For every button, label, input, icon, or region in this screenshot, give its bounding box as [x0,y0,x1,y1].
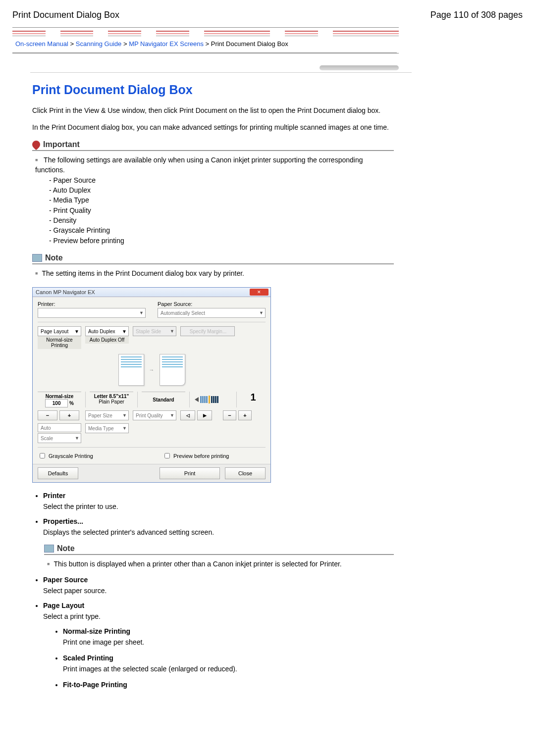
def-properties-term: Properties... [43,517,394,525]
close-icon[interactable]: ✕ [250,289,268,296]
breadcrumb: On-screen Manual > Scanning Guide > MP N… [12,38,397,53]
important-icon [31,139,42,151]
intro-paragraph-1: Click Print in the View & Use window, th… [32,106,394,116]
copies-plus-button[interactable]: + [238,410,252,420]
density-prev-button[interactable]: ◁ [180,410,195,420]
note-text: The setting items in the Print Document … [35,268,394,278]
def-pagelayout-desc: Select a print type. [43,612,394,620]
print-button[interactable]: Print [160,467,220,479]
paper-size-select[interactable]: Paper Size▼ [85,410,129,420]
important-sublist: - Paper Source - Auto Duplex - Media Typ… [49,175,394,246]
printer-label: Printer: [38,301,146,307]
chevron-down-icon: ▼ [139,310,144,315]
breadcrumb-scanning-guide[interactable]: Scanning Guide [76,40,122,48]
defaults-button[interactable]: Defaults [38,467,78,479]
properties-note-heading: Note [44,544,394,555]
def-pl-scaled-term: Scaled Printing [63,654,394,662]
paper-source-label: Paper Source: [158,301,266,307]
dialog-title: Canon MP Navigator EX [36,289,95,295]
page-thumb-1 [118,354,144,386]
properties-note-text: This button is displayed when a printer … [47,559,394,569]
paper-info: Letter 8.5"x11" Plain Paper [90,392,133,404]
def-papersource-term: Paper Source [43,576,394,584]
density-next-button[interactable]: ▶ [197,410,212,420]
def-pl-normal-desc: Print one image per sheet. [63,638,394,646]
def-papersource-desc: Select paper source. [43,587,394,595]
def-pl-scaled-desc: Print images at the selected scale (enla… [63,665,394,673]
def-properties-desc: Displays the selected printer's advanced… [43,528,394,536]
paper-source-select[interactable]: Automatically Select▼ [158,308,266,318]
scale-plus-button[interactable]: + [59,410,79,420]
important-lead: The following settings are available onl… [35,155,394,246]
note-icon [44,545,54,553]
scale-area: Normal-size 100 % [38,392,81,407]
speaker-low-icon [195,397,199,402]
fit-auto-label: Auto [38,423,81,432]
intro-paragraph-2: In the Print Document dialog box, you ca… [32,123,394,133]
def-pl-fit-term: Fit-to-Page Printing [63,681,394,689]
page-header: Print Document Dialog Box Page 110 of 30… [12,10,523,20]
decorative-pill [320,65,399,70]
page-title: Print Document Dialog Box [32,83,394,97]
preview-checkbox[interactable]: Preview before printing [162,452,229,460]
decorative-banner: On-screen Manual > Scanning Guide > MP N… [12,27,399,53]
header-title: Print Document Dialog Box [12,10,119,20]
staple-side-select: Staple Side▼ [133,326,176,336]
note-icon [32,254,42,262]
page-layout-caption: Normal-size Printing [38,336,81,349]
copies-minus-button[interactable]: − [223,410,236,420]
media-type-select[interactable]: Media Type▼ [85,423,129,433]
page-thumb-2 [160,354,185,386]
speaker-right-icon: ▶ [203,413,207,418]
page-counter: Page 110 of 308 pages [430,10,523,20]
important-heading: Important [32,140,394,151]
scale-value[interactable]: 100 [45,399,68,407]
quality-info: Standard [142,392,185,406]
speaker-left-icon: ◁ [186,413,190,418]
print-document-dialog: Canon MP Navigator EX ✕ Printer: ▼ Paper… [32,287,271,483]
auto-duplex-caption: Auto Duplex Off [85,336,129,344]
copies-value: 1 [241,392,266,403]
grayscale-checkbox[interactable]: Grayscale Printing [38,452,93,460]
def-printer-term: Printer [43,492,394,500]
breadcrumb-mpnav-screens[interactable]: MP Navigator EX Screens [129,40,204,48]
chevron-down-icon: ▼ [259,310,264,315]
density-slider[interactable] [194,394,218,405]
def-pagelayout-term: Page Layout [43,602,394,609]
auto-duplex-select[interactable]: Auto Duplex▼ [85,326,129,336]
def-printer-desc: Select the printer to use. [43,503,394,510]
breadcrumb-manual[interactable]: On-screen Manual [15,40,68,48]
note-heading: Note [32,253,394,264]
scale-mode-select[interactable]: Scale▼ [38,433,81,443]
def-pl-normal-term: Normal-size Printing [63,627,394,635]
scale-minus-button[interactable]: − [38,410,57,420]
printer-select[interactable]: ▼ [38,308,146,318]
page-layout-select[interactable]: Page Layout▼ [38,326,81,336]
specify-margin-button: Specify Margin... [180,326,235,336]
print-quality-select[interactable]: Print Quality▼ [133,410,176,420]
arrow-right-icon: → [149,367,155,373]
close-button[interactable]: Close [225,467,266,479]
breadcrumb-current: Print Document Dialog Box [211,40,288,48]
